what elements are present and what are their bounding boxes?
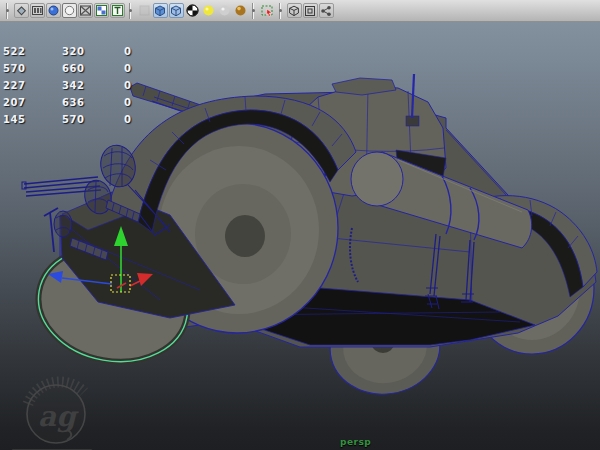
white-circle-icon[interactable]: [62, 3, 77, 18]
gray-ball-icon[interactable]: [217, 3, 232, 18]
gold-ball-icon[interactable]: [233, 3, 248, 18]
text-T-icon[interactable]: [110, 3, 125, 18]
disabled-icon[interactable]: [137, 3, 152, 18]
watermark-logo: ag: [8, 370, 100, 448]
grip-separator[interactable]: [5, 3, 10, 19]
share-nodes-icon[interactable]: [319, 3, 334, 18]
cube-solid-icon[interactable]: [153, 3, 168, 18]
yellow-ball-icon[interactable]: [201, 3, 216, 18]
grip-separator[interactable]: [278, 3, 283, 19]
watermark-logo-text: ag: [38, 400, 79, 433]
checker-icon[interactable]: [94, 3, 109, 18]
cube-outline-icon[interactable]: [287, 3, 302, 18]
toolbar: [0, 0, 600, 22]
marquee-select-icon[interactable]: [260, 3, 275, 18]
grip-separator[interactable]: [128, 3, 133, 19]
blue-sphere-icon[interactable]: [46, 3, 61, 18]
viewport-3d[interactable]: 522 320 0 570 660 0 227 342 0 207 636 0 …: [0, 22, 600, 450]
watermark: ag آریا گستر افزار: [8, 370, 100, 450]
film-icon[interactable]: [30, 3, 45, 18]
crossed-box-icon[interactable]: [78, 3, 93, 18]
cube-shaded-icon[interactable]: [169, 3, 184, 18]
grip-separator[interactable]: [251, 3, 256, 19]
nested-squares-icon[interactable]: [303, 3, 318, 18]
checkered-ball-icon[interactable]: [185, 3, 200, 18]
diamond-icon[interactable]: [14, 3, 29, 18]
camera-label: persp: [340, 437, 371, 447]
